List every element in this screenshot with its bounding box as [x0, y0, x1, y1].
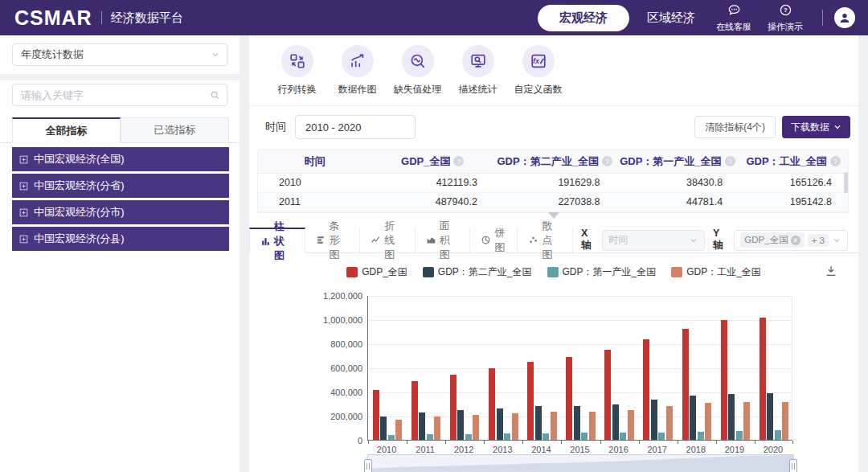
bar	[775, 430, 781, 440]
table-cell: 38430.8	[616, 173, 739, 192]
chart-tab-bar[interactable]: 条形图	[305, 228, 361, 252]
expand-plus-icon[interactable]	[19, 182, 34, 191]
svg-text:fx: fx	[532, 57, 539, 65]
search-input[interactable]	[21, 89, 210, 101]
column-header: GDP：第二产业_全国?	[493, 150, 616, 173]
nav-item-regional[interactable]: 区域经济	[647, 10, 695, 26]
tree-item-label: 中国宏观经济(分市)	[34, 205, 125, 220]
bar	[581, 433, 588, 440]
time-range-input[interactable]: 2010 - 2020	[295, 115, 416, 139]
chart-tab-label: 条形图	[330, 219, 350, 262]
nav-item-macro[interactable]: 宏观经济	[538, 5, 629, 31]
x-tick-label: 2011	[406, 445, 444, 454]
table-cell: 2010	[258, 173, 372, 192]
tree-item-3[interactable]: 中国宏观经济(分县)	[12, 227, 229, 251]
datazoom-slider[interactable]	[367, 454, 794, 472]
table-cell: 2011	[258, 192, 372, 211]
chart-tab-line[interactable]: 折线图	[360, 228, 416, 252]
x-axis-tick	[522, 441, 523, 444]
table-cell: 487940.2	[372, 192, 493, 211]
tree-item-2[interactable]: 中国宏观经济(分市)	[12, 200, 229, 224]
legend-item[interactable]: GDP：第一产业_全国	[547, 265, 657, 279]
header-action-chat[interactable]: 在线客服	[716, 3, 751, 33]
y-axis-label: Y轴	[713, 228, 728, 252]
legend-swatch	[547, 267, 559, 277]
legend-item[interactable]: GDP：工业_全国	[671, 265, 761, 279]
table-header-row: 时间GDP_全国?GDP：第二产业_全国?GDP：第一产业_全国?GDP：工业_…	[258, 150, 848, 173]
table-cell: 191629.8	[493, 173, 616, 192]
table-header: 时间GDP_全国?GDP：第二产业_全国?GDP：第一产业_全国?GDP：工业_…	[258, 150, 848, 173]
legend-item[interactable]: GDP：第二产业_全国	[423, 265, 532, 279]
chat-icon	[727, 3, 741, 19]
download-data-button[interactable]: 下载数据	[782, 116, 850, 138]
bar	[380, 417, 387, 440]
bar	[666, 406, 673, 440]
bar-group-2010	[368, 390, 407, 440]
bar	[497, 408, 503, 440]
keyword-search[interactable]	[12, 84, 227, 106]
bar-group-2020	[755, 318, 793, 440]
tool-label: 行列转换	[278, 83, 317, 96]
tab-selected-indicators[interactable]: 已选指标	[121, 117, 229, 142]
pie-chart-icon	[481, 235, 491, 245]
legend-swatch	[346, 267, 358, 277]
column-help-icon[interactable]: ?	[830, 156, 841, 166]
table-scrollbar[interactable]	[844, 172, 848, 193]
expand-plus-icon[interactable]	[19, 208, 34, 217]
bar	[504, 433, 510, 440]
tool-plot-data[interactable]: 数据作图	[327, 45, 387, 96]
x-axis-tick	[600, 441, 601, 444]
legend-label: GDP_全国	[362, 265, 407, 279]
user-avatar[interactable]	[834, 7, 855, 28]
sidebar-dataset-panel: 年度统计数据	[0, 35, 240, 74]
chart-tab-area[interactable]: 面积图	[416, 228, 471, 252]
column-help-icon[interactable]: ?	[602, 156, 612, 166]
header-divider	[822, 10, 823, 26]
tool-custom-function[interactable]: fx自定义函数	[508, 45, 568, 96]
bar	[512, 413, 518, 440]
plot-data-icon	[342, 45, 374, 77]
bar	[743, 402, 750, 440]
expand-plus-icon[interactable]	[19, 235, 34, 244]
y-axis-more-tag: + 3	[808, 234, 829, 247]
chevron-down-icon	[211, 50, 220, 60]
table-row: 2011487940.2227038.844781.4195142.8	[258, 192, 848, 211]
descriptive-stats-icon	[462, 45, 494, 77]
chart-tab-scatter[interactable]: 散点图	[518, 228, 573, 252]
tool-label: 描述统计	[459, 83, 497, 96]
chart-tab-label: 散点图	[542, 219, 562, 262]
tool-descriptive-stats[interactable]: 描述统计	[448, 45, 508, 96]
bar	[690, 396, 696, 440]
column-help-icon[interactable]: ?	[725, 156, 735, 166]
bar-chart[interactable]: 0200,000400,000600,000800,0001,000,0001,…	[249, 296, 858, 472]
datazoom-left-handle[interactable]	[364, 459, 372, 472]
tree-item-1[interactable]: 中国宏观经济(分省)	[12, 174, 229, 198]
tab-all-indicators[interactable]: 全部指标	[12, 117, 121, 143]
csmar-data-platform: CSMAR 经济数据平台 宏观经济区域经济 在线客服?操作演示 年度统计数据 全…	[0, 0, 868, 472]
bar	[574, 406, 580, 440]
tool-transpose[interactable]: 行列转换	[267, 45, 327, 96]
chart-tab-column[interactable]: 柱状图	[249, 228, 305, 253]
header-action-question[interactable]: ?操作演示	[768, 3, 803, 33]
bar	[542, 433, 549, 440]
bar	[698, 432, 704, 440]
legend-item[interactable]: GDP_全国	[346, 265, 407, 279]
column-help-icon[interactable]: ?	[453, 156, 464, 166]
chart-tab-pie[interactable]: 饼图	[470, 228, 518, 252]
x-axis-label: X轴	[581, 228, 596, 252]
download-chart-icon[interactable]	[825, 265, 837, 280]
y-axis-select[interactable]: GDP_全国✕+ 3	[734, 230, 848, 251]
x-axis-select[interactable]: 时间	[602, 230, 705, 251]
datazoom-right-handle[interactable]	[789, 459, 797, 472]
expand-plus-icon[interactable]	[19, 155, 34, 164]
x-axis-tick	[639, 441, 640, 444]
table-cell: 227038.8	[493, 192, 616, 211]
bar-group-2016	[600, 350, 639, 440]
tool-missing-value[interactable]: 缺失值处理	[387, 45, 448, 96]
dataset-select[interactable]: 年度统计数据	[12, 43, 227, 66]
tool-label: 缺失值处理	[394, 83, 442, 96]
remove-tag-icon[interactable]: ✕	[791, 236, 800, 245]
tree-item-0[interactable]: 中国宏观经济(全国)	[12, 147, 229, 171]
clear-indicators-button[interactable]: 清除指标(4个)	[694, 116, 776, 138]
bar	[473, 415, 479, 440]
